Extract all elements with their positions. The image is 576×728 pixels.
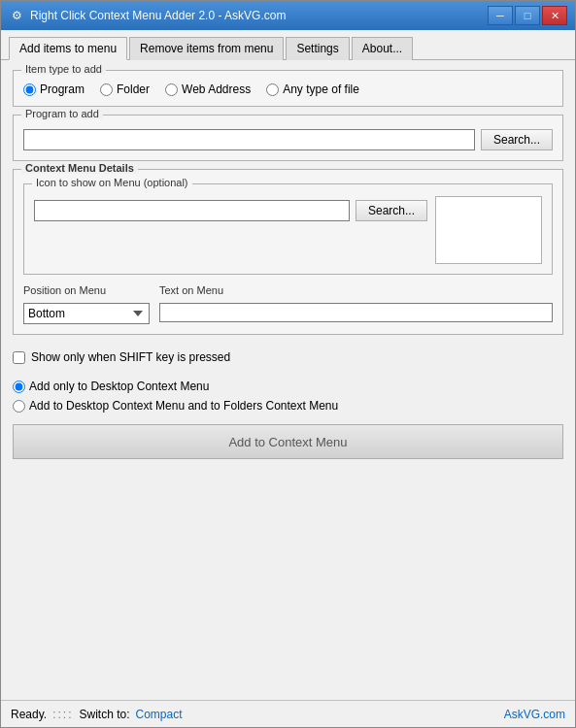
add-to-context-menu-button[interactable]: Add to Context Menu <box>13 424 563 459</box>
icon-preview-box <box>435 196 542 264</box>
text-on-menu-group: Text on Menu <box>159 284 553 322</box>
program-to-add-label: Program to add <box>21 108 103 119</box>
position-select[interactable]: Bottom Top Middle <box>23 303 150 324</box>
radio-program-input[interactable] <box>23 83 36 96</box>
position-text-row: Position on Menu Bottom Top Middle Text … <box>23 284 553 324</box>
radio-desktop-folders[interactable]: Add to Desktop Context Menu and to Folde… <box>13 399 563 413</box>
icon-input-area: Search... <box>34 196 427 221</box>
program-to-add-group: Program to add Search... <box>13 115 563 161</box>
icon-search-button[interactable]: Search... <box>356 200 427 221</box>
maximize-button[interactable]: □ <box>515 6 540 25</box>
status-switch-to: Switch to: <box>79 708 129 721</box>
close-button[interactable]: ✕ <box>542 6 567 25</box>
radio-folder[interactable]: Folder <box>100 83 150 96</box>
icon-group-label: Icon to show on Menu (optional) <box>32 177 192 188</box>
window-title: Right Click Context Menu Adder 2.0 - Ask… <box>30 9 488 22</box>
icon-path-input[interactable] <box>34 200 350 221</box>
tab-about[interactable]: About... <box>352 37 413 60</box>
minimize-button[interactable]: ─ <box>488 6 513 25</box>
status-bar: Ready. :::: Switch to: Compact AskVG.com <box>1 700 575 727</box>
text-on-menu-label: Text on Menu <box>159 284 553 296</box>
app-icon: ⚙ <box>9 8 24 23</box>
tab-remove-items[interactable]: Remove items from menu <box>129 37 284 60</box>
shift-checkbox[interactable] <box>13 351 25 364</box>
shift-checkbox-row: Show only when SHIFT key is pressed <box>13 350 563 364</box>
radio-anytype[interactable]: Any type of file <box>266 83 359 96</box>
text-on-menu-input[interactable] <box>159 303 553 322</box>
icon-group: Icon to show on Menu (optional) Search..… <box>23 183 553 275</box>
program-input[interactable] <box>23 129 475 150</box>
position-select-wrapper: Bottom Top Middle <box>23 303 150 324</box>
icon-row: Search... <box>34 196 542 264</box>
context-menu-details-group: Context Menu Details Icon to show on Men… <box>13 169 563 335</box>
tab-bar: Add items to menu Remove items from menu… <box>1 30 575 60</box>
radio-folder-input[interactable] <box>100 83 113 96</box>
item-type-label: Item type to add <box>21 63 106 75</box>
item-type-options: Program Folder Web Address Any type of f… <box>23 83 553 96</box>
askvg-link[interactable]: AskVG.com <box>504 708 565 721</box>
title-bar: ⚙ Right Click Context Menu Adder 2.0 - A… <box>1 1 575 30</box>
radio-program[interactable]: Program <box>23 83 85 96</box>
context-details-section-label: Context Menu Details <box>21 162 138 174</box>
status-left: Ready. :::: Switch to: Compact <box>11 708 183 721</box>
compact-link[interactable]: Compact <box>136 708 183 721</box>
shift-checkbox-label[interactable]: Show only when SHIFT key is pressed <box>31 350 230 364</box>
position-group: Position on Menu Bottom Top Middle <box>23 284 150 324</box>
radio-desktop-folders-input[interactable] <box>13 400 25 413</box>
status-dots: :::: <box>52 708 73 721</box>
main-content: Item type to add Program Folder Web Addr… <box>1 60 575 700</box>
item-type-group: Item type to add Program Folder Web Addr… <box>13 70 563 107</box>
status-ready: Ready. <box>11 708 47 721</box>
radio-webaddress[interactable]: Web Address <box>165 83 251 96</box>
position-label: Position on Menu <box>23 284 150 296</box>
program-search-button[interactable]: Search... <box>481 129 553 150</box>
icon-input-row: Search... <box>34 200 427 221</box>
tab-add-items[interactable]: Add items to menu <box>9 37 127 60</box>
radio-webaddress-input[interactable] <box>165 83 178 96</box>
main-window: ⚙ Right Click Context Menu Adder 2.0 - A… <box>0 0 576 728</box>
radio-anytype-input[interactable] <box>266 83 279 96</box>
radio-desktop-only-input[interactable] <box>13 381 25 393</box>
tab-settings[interactable]: Settings <box>286 37 349 60</box>
desktop-radio-group: Add only to Desktop Context Menu Add to … <box>13 380 563 413</box>
program-input-row: Search... <box>23 129 553 150</box>
window-controls: ─ □ ✕ <box>488 6 567 25</box>
radio-desktop-only[interactable]: Add only to Desktop Context Menu <box>13 380 563 393</box>
